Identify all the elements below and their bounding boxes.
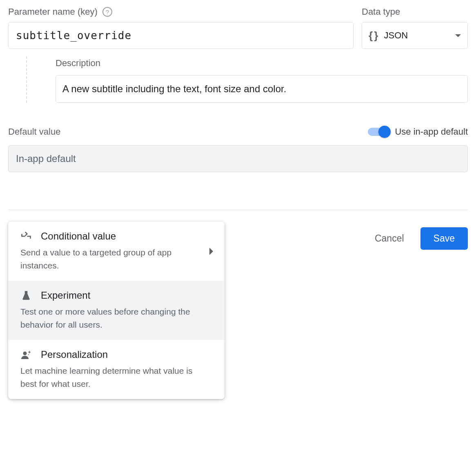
description-label: Description <box>56 58 468 69</box>
data-type-select[interactable]: { } JSON <box>362 22 468 49</box>
menu-item-personalization[interactable]: Personalization Let machine learning det… <box>8 340 225 399</box>
chevron-down-icon <box>455 34 461 37</box>
menu-desc: Send a value to a targeted group of app … <box>20 246 213 272</box>
data-type-label: Data type <box>362 7 400 17</box>
menu-title: Personalization <box>41 349 108 360</box>
menu-desc: Test one or more values before changing … <box>20 305 213 331</box>
menu-desc: Let machine learning determine what valu… <box>20 364 213 390</box>
person-sparkle-icon <box>20 349 32 360</box>
menu-title: Conditional value <box>41 231 116 242</box>
menu-title: Experiment <box>41 290 90 301</box>
menu-item-experiment[interactable]: Experiment Test one or more values befor… <box>8 281 225 340</box>
svg-point-0 <box>23 352 27 355</box>
parameter-name-field: Parameter name (key) ? <box>8 7 354 49</box>
default-value-label: Default value <box>8 126 60 137</box>
json-icon: { } <box>369 29 377 42</box>
svg-point-1 <box>28 354 29 355</box>
parameter-name-label: Parameter name (key) <box>8 7 98 17</box>
section-divider <box>8 210 468 210</box>
tree-connector <box>26 56 44 103</box>
save-button[interactable]: Save <box>420 227 468 250</box>
parameter-name-input[interactable] <box>8 22 354 49</box>
use-in-app-default-toggle[interactable] <box>368 128 389 136</box>
menu-item-conditional-value[interactable]: Conditional value Send a value to a targ… <box>8 222 225 281</box>
data-type-value: JSON <box>384 30 408 41</box>
conditional-icon <box>20 231 32 242</box>
cancel-button[interactable]: Cancel <box>368 228 411 249</box>
description-input[interactable] <box>56 75 468 103</box>
data-type-field: Data type { } JSON <box>362 7 468 49</box>
default-value-input: In-app default <box>8 145 468 172</box>
help-icon[interactable]: ? <box>102 7 112 17</box>
options-menu: Conditional value Send a value to a targ… <box>8 222 225 399</box>
toggle-label: Use in-app default <box>395 126 468 137</box>
flask-icon <box>20 290 32 301</box>
